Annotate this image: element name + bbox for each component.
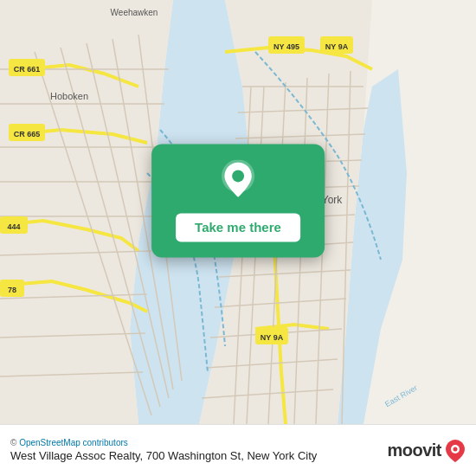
- location-name: West Village Assoc Realty, 700 Washingto…: [10, 449, 317, 464]
- footer: © OpenStreetMap contributors West Villag…: [0, 424, 476, 476]
- svg-text:NY 495: NY 495: [273, 42, 299, 51]
- moovit-logo: moovit: [387, 439, 466, 463]
- osm-copyright: ©: [10, 438, 19, 447]
- footer-left: © OpenStreetMap contributors West Villag…: [10, 438, 317, 464]
- svg-text:Weehawken: Weehawken: [111, 8, 158, 17]
- osm-credit: © OpenStreetMap contributors: [10, 438, 317, 447]
- svg-point-62: [453, 447, 458, 451]
- svg-text:444: 444: [7, 222, 20, 231]
- moovit-pin-icon: [445, 439, 466, 463]
- svg-text:78: 78: [8, 286, 16, 294]
- svg-point-60: [232, 170, 244, 183]
- moovit-text: moovit: [387, 441, 441, 460]
- svg-text:NY 9A: NY 9A: [261, 333, 284, 342]
- svg-text:CR 661: CR 661: [14, 65, 41, 74]
- location-card: Take me there: [151, 144, 325, 257]
- svg-text:NY 9A: NY 9A: [325, 42, 349, 51]
- svg-text:CR 665: CR 665: [14, 130, 41, 138]
- take-me-there-button[interactable]: Take me there: [176, 213, 300, 241]
- location-pin-icon: [215, 159, 261, 204]
- osm-link[interactable]: OpenStreetMap contributors: [19, 438, 128, 447]
- svg-text:Hoboken: Hoboken: [50, 91, 88, 101]
- map-container: NY 9A NY 495 NY 9A NY 9A CR 661 CR 665 4…: [0, 0, 476, 424]
